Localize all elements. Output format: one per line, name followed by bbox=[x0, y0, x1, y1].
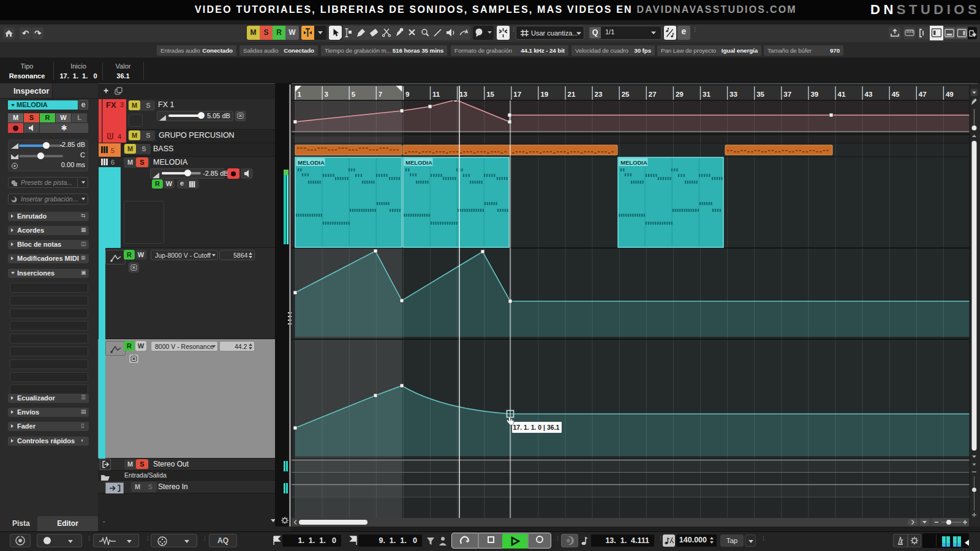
svg-text:31: 31 bbox=[703, 91, 710, 98]
svg-text:9: 9 bbox=[405, 91, 409, 98]
svg-text:13: 13 bbox=[459, 91, 467, 98]
svg-text:37: 37 bbox=[783, 91, 791, 98]
svg-text:3: 3 bbox=[325, 91, 328, 98]
svg-text:11: 11 bbox=[432, 91, 440, 98]
svg-text:19: 19 bbox=[540, 91, 548, 98]
svg-text:5: 5 bbox=[111, 147, 115, 154]
svg-text:47: 47 bbox=[919, 91, 927, 98]
svg-text:1: 1 bbox=[298, 91, 302, 98]
svg-text:35: 35 bbox=[756, 91, 764, 98]
svg-text:MELODIA: MELODIA bbox=[620, 159, 647, 166]
svg-text:15: 15 bbox=[486, 91, 494, 98]
svg-text:25: 25 bbox=[622, 91, 630, 98]
svg-text:49: 49 bbox=[946, 91, 954, 98]
svg-text:6: 6 bbox=[111, 159, 115, 166]
svg-text:MELODIA: MELODIA bbox=[405, 159, 432, 166]
svg-text:MELODIA: MELODIA bbox=[298, 159, 325, 166]
svg-text:17: 17 bbox=[513, 91, 521, 98]
svg-text:4: 4 bbox=[118, 133, 121, 140]
svg-text:Usar cuantiza...: Usar cuantiza... bbox=[531, 29, 578, 37]
svg-text:7: 7 bbox=[379, 91, 382, 98]
svg-text:39: 39 bbox=[810, 91, 818, 98]
svg-text:21: 21 bbox=[568, 91, 576, 98]
svg-text:33: 33 bbox=[729, 91, 737, 98]
svg-text:5: 5 bbox=[352, 91, 356, 98]
svg-text:27: 27 bbox=[649, 91, 657, 98]
svg-text:43: 43 bbox=[865, 91, 873, 98]
svg-text:17. 1. 1. 0 | 36.1: 17. 1. 1. 0 | 36.1 bbox=[513, 424, 560, 431]
svg-text:45: 45 bbox=[892, 91, 900, 98]
svg-text:41: 41 bbox=[838, 91, 846, 98]
svg-text:23: 23 bbox=[595, 91, 603, 98]
svg-text:29: 29 bbox=[676, 91, 684, 98]
